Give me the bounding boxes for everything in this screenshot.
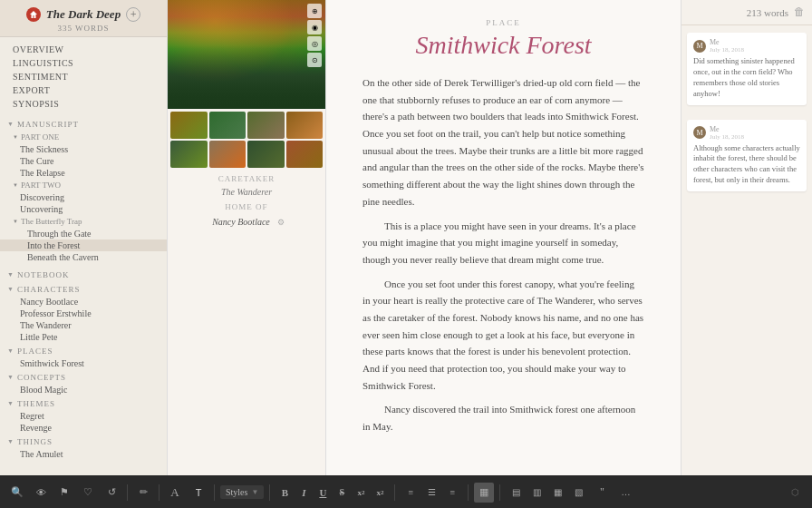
toolbar-divider-3 [214, 484, 215, 501]
heart-tool-btn[interactable]: ♡ [78, 483, 98, 503]
comment-2-text: Although some characters actually inhabi… [693, 143, 800, 187]
part-two-label: PART TWO [21, 181, 61, 190]
part-one-label: PART ONE [21, 132, 59, 142]
manuscript-label: MANUSCRIPT [17, 120, 79, 129]
part-two-header[interactable]: ▼ PART TWO [0, 179, 167, 191]
butterfly-trap-label: The Butterfly Trap [21, 217, 82, 226]
flag-tool-btn[interactable]: ⚑ [54, 483, 74, 503]
align-group: ≡ ☰ ≡ [401, 483, 462, 503]
paragraph-4: Nancy discovered the trail into Smithwic… [362, 401, 644, 435]
align-right-btn[interactable]: ≡ [442, 483, 462, 503]
search-tool-btn[interactable]: 🔍 [7, 483, 27, 503]
thumbnail-8[interactable] [286, 141, 324, 168]
tree-item-revenge[interactable]: Revenge [0, 422, 167, 434]
sidebar-item-linguistics[interactable]: LINGUISTICS [0, 56, 167, 70]
thumbnail-7[interactable] [247, 141, 285, 168]
thumbnail-3[interactable] [247, 112, 285, 139]
list-2-btn[interactable]: ▥ [527, 483, 546, 503]
tree-item-blood-magic[interactable]: Blood Magic [0, 384, 167, 396]
tree-item-nancy[interactable]: Nancy Bootlace [0, 296, 167, 308]
tree-item-wanderer[interactable]: The Wanderer [0, 319, 167, 331]
caretaker-wanderer[interactable]: The Wanderer [168, 185, 325, 199]
tree-item-professor[interactable]: Professor Erstwhile [0, 308, 167, 319]
thumbnail-4[interactable] [286, 112, 324, 139]
styles-dropdown[interactable]: Styles ▼ [220, 485, 264, 499]
align-center-btn[interactable]: ☰ [421, 483, 441, 503]
thumbnail-5[interactable] [170, 141, 208, 168]
sidebar-item-overview[interactable]: OVERVIEW [0, 43, 167, 56]
block-view-btn[interactable]: ▦ [474, 483, 494, 503]
add-book-icon[interactable]: + [126, 7, 140, 22]
superscript-btn[interactable]: x2 [371, 484, 389, 502]
bold-btn[interactable]: B [276, 484, 294, 502]
tree-item-uncovering[interactable]: Uncovering [0, 203, 167, 215]
part-one-header[interactable]: ▼ PART ONE [0, 131, 167, 143]
forest-image: ⊕ ◉ ◎ ⊙ [168, 0, 325, 109]
underline-btn[interactable]: U [314, 484, 332, 502]
tree-item-relapse[interactable]: The Relapse [0, 167, 167, 179]
tree-item-little-pete[interactable]: Little Pete [0, 331, 167, 343]
toolbar-divider-2 [159, 484, 160, 501]
sidebar-item-export[interactable]: EXPORT [0, 83, 167, 97]
characters-header[interactable]: ▼ CHARACTERS [0, 281, 167, 296]
image-icon-3[interactable]: ◎ [307, 36, 322, 51]
tree-item-cure[interactable]: The Cure [0, 155, 167, 167]
font-t-btn[interactable]: T [188, 483, 208, 503]
strikethrough-btn[interactable]: S [333, 484, 351, 502]
image-icon-4[interactable]: ⊙ [307, 53, 322, 67]
sidebar-nav: OVERVIEW LINGUISTICS SENTIMENT EXPORT SY… [0, 37, 167, 116]
tree-item-smithwick[interactable]: Smithwick Forest [0, 357, 167, 369]
right-header: 213 words 🗑 [682, 0, 812, 25]
tree-item-amulet[interactable]: The Amulet [0, 448, 167, 460]
image-icon-2[interactable]: ◉ [307, 20, 322, 34]
eye-tool-btn[interactable]: 👁 [31, 483, 51, 503]
list-3-btn[interactable]: ▦ [547, 483, 567, 503]
thumbnail-1[interactable] [170, 112, 208, 139]
places-label: PLACES [17, 347, 53, 356]
concepts-header[interactable]: ▼ CONCEPTS [0, 369, 167, 384]
sidebar-header: The Dark Deep + 335 WORDS [0, 0, 167, 37]
comment-1-date: July 18, 2018 [710, 46, 744, 54]
sidebar-item-synopsis[interactable]: SYNOPSIS [0, 97, 167, 111]
toolbar-divider-4 [269, 484, 270, 501]
tree-item-forest[interactable]: Into the Forest [0, 239, 167, 251]
butterfly-trap-header[interactable]: ▼ The Butterfly Trap [0, 215, 167, 228]
comment-1: M Me July 18, 2018 Did something siniste… [687, 33, 807, 105]
tree-item-cavern[interactable]: Beneath the Cavern [0, 251, 167, 263]
edit-tool-btn[interactable]: ✏ [133, 483, 153, 503]
things-header[interactable]: ▼ THINGS [0, 434, 167, 448]
main-text: On the other side of Derek Terwilliger's… [362, 74, 644, 443]
toolbar-divider-6 [468, 484, 469, 501]
ellipsis-btn[interactable]: … [615, 483, 635, 503]
notebook-header[interactable]: ▼ NOTEBOOK [0, 267, 167, 281]
comment-1-author: Me [710, 38, 744, 46]
themes-header[interactable]: ▼ THEMES [0, 396, 167, 410]
more-btn[interactable]: ⬡ [785, 483, 805, 503]
places-header[interactable]: ▼ PLACES [0, 343, 167, 357]
align-left-btn[interactable]: ≡ [401, 483, 420, 503]
list-4-btn[interactable]: ▧ [568, 483, 588, 503]
tree-item-regret[interactable]: Regret [0, 410, 167, 422]
notebook-section: ▼ NOTEBOOK ▼ CHARACTERS Nancy Bootlace P… [0, 267, 167, 464]
manuscript-header[interactable]: ▼ MANUSCRIPT [0, 116, 167, 131]
tree-item-discovering[interactable]: Discovering [0, 191, 167, 203]
font-a-btn[interactable]: A [165, 483, 185, 503]
quote-btn[interactable]: " [592, 483, 612, 503]
nancy-gear-icon[interactable]: ⚙ [277, 218, 285, 227]
word-count: 213 words [747, 7, 788, 18]
trash-icon[interactable]: 🗑 [794, 5, 805, 19]
image-icons: ⊕ ◉ ◎ ⊙ [307, 4, 322, 67]
tree-item-sickness[interactable]: The Sickness [0, 143, 167, 155]
thumbnail-6[interactable] [209, 141, 246, 168]
subscript-btn[interactable]: x2 [352, 484, 370, 502]
refresh-tool-btn[interactable]: ↺ [102, 483, 121, 503]
home-icon[interactable] [26, 7, 41, 22]
thumbnail-2[interactable] [209, 112, 246, 139]
tree-item-gate[interactable]: Through the Gate [0, 228, 167, 239]
image-icon-1[interactable]: ⊕ [307, 4, 322, 18]
nancy-bootlace-item[interactable]: Nancy Bootlace [208, 215, 274, 229]
place-title: Smithwick Forest [362, 31, 644, 60]
list-1-btn[interactable]: ▤ [506, 483, 526, 503]
sidebar-item-sentiment[interactable]: SENTIMENT [0, 70, 167, 83]
italic-btn[interactable]: I [295, 484, 313, 502]
